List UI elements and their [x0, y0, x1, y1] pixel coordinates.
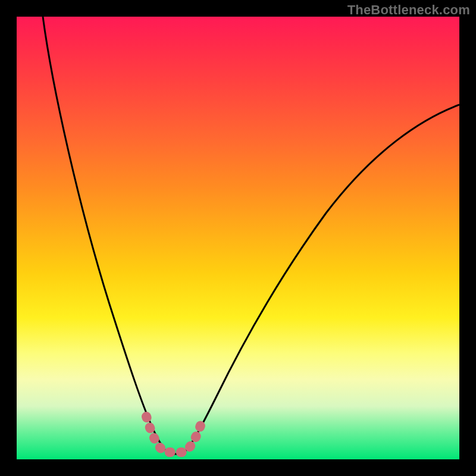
- curve-layer: [17, 17, 459, 459]
- bottleneck-curve: [43, 17, 459, 454]
- optimal-zone-marker: [146, 416, 203, 452]
- watermark-text: TheBottleneck.com: [347, 2, 470, 18]
- plot-area: [17, 17, 459, 459]
- chart-frame: TheBottleneck.com: [0, 0, 476, 476]
